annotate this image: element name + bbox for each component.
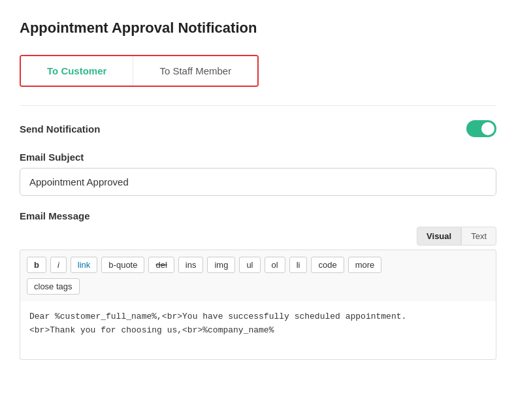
close-tags-button[interactable]: close tags bbox=[27, 278, 80, 295]
tab-group: To Customer To Staff Member bbox=[20, 55, 259, 87]
close-tags-row: close tags bbox=[20, 273, 496, 301]
view-visual-button[interactable]: Visual bbox=[417, 227, 461, 246]
formatting-toolbar: b i link b-quote del ins img ul ol li co… bbox=[20, 250, 496, 273]
format-img-button[interactable]: img bbox=[207, 257, 235, 273]
send-notification-label: Send Notification bbox=[20, 123, 100, 135]
email-message-block: Email Message Visual Text b i link b-quo… bbox=[20, 210, 496, 360]
page-title: Appointment Approval Notification bbox=[20, 20, 496, 37]
format-li-button[interactable]: li bbox=[289, 257, 308, 273]
format-italic-button[interactable]: i bbox=[50, 257, 67, 273]
email-subject-input[interactable] bbox=[20, 168, 496, 196]
format-ul-button[interactable]: ul bbox=[239, 257, 260, 273]
format-del-button[interactable]: del bbox=[148, 257, 174, 273]
format-ol-button[interactable]: ol bbox=[265, 257, 285, 273]
format-more-button[interactable]: more bbox=[348, 257, 382, 273]
format-link-button[interactable]: link bbox=[71, 257, 98, 273]
section-divider bbox=[20, 105, 496, 106]
email-message-label: Email Message bbox=[20, 210, 496, 221]
email-message-editor[interactable]: Dear %customer_full_name%,<br>You have s… bbox=[20, 301, 496, 360]
email-subject-block: Email Subject bbox=[20, 152, 496, 196]
email-subject-label: Email Subject bbox=[20, 152, 496, 163]
editor-view-toolbar: Visual Text bbox=[20, 227, 496, 246]
send-notification-toggle[interactable] bbox=[466, 120, 496, 137]
tab-to-customer[interactable]: To Customer bbox=[21, 56, 133, 86]
format-bquote-button[interactable]: b-quote bbox=[101, 257, 144, 273]
format-bold-button[interactable]: b bbox=[27, 257, 46, 273]
format-code-button[interactable]: code bbox=[311, 257, 344, 273]
tab-to-staff-member[interactable]: To Staff Member bbox=[133, 56, 257, 86]
toggle-slider bbox=[466, 120, 496, 137]
format-ins-button[interactable]: ins bbox=[178, 257, 204, 273]
view-text-button[interactable]: Text bbox=[461, 227, 496, 246]
send-notification-row: Send Notification bbox=[20, 120, 496, 137]
